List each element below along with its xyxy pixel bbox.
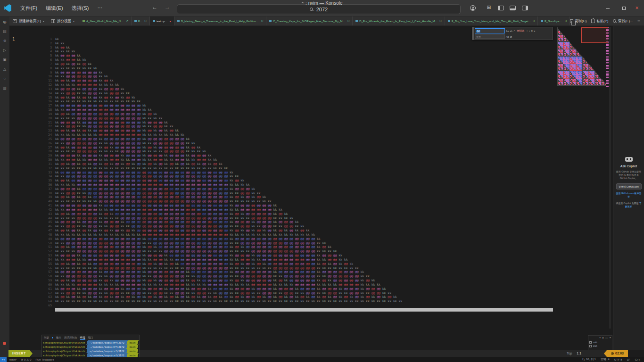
file-icon [448, 20, 450, 22]
match-case-icon[interactable]: Aa [506, 30, 509, 33]
forward-arrow-icon[interactable]: → [163, 4, 172, 10]
vscode-logo-icon [4, 4, 11, 12]
split-view-button[interactable]: 拆分视图▾ [48, 16, 78, 25]
database-icon[interactable]: ▥ [3, 86, 7, 90]
status-right-3[interactable]: LF [627, 358, 630, 361]
file-icon [134, 20, 137, 22]
minimize-button[interactable] [603, 4, 612, 12]
remote-indicator[interactable]: >< [0, 357, 7, 362]
tab-2[interactable]: test.cpp 2.1● [150, 16, 174, 25]
status-left-1[interactable]: ⊘ 0 ⚠ 0 [21, 358, 31, 361]
toggle-sidebar-icon[interactable] [498, 6, 504, 10]
status-left-0[interactable]: main* [9, 358, 17, 361]
tab-1[interactable]: F.cppU [132, 16, 149, 25]
replace-input[interactable]: 替换 [475, 34, 505, 39]
terminal-action-icon-2[interactable]: ⋯ [605, 336, 608, 340]
find-input[interactable]: @@ [475, 28, 505, 33]
find-previous-icon[interactable]: ↑ [527, 30, 528, 33]
tab-0[interactable]: A_New_World_Now_Me_New_AcronymC [80, 16, 132, 25]
tab-7[interactable]: F_Goodbye_Banker_Life.cppU [538, 16, 570, 25]
testing-icon[interactable]: △ [3, 67, 6, 71]
menu-item-0[interactable]: 文件(F) [16, 5, 41, 12]
chevron-down-icon: ▾ [73, 19, 74, 23]
replace-all-icon[interactable]: ⇄ [510, 35, 512, 38]
chat-icon[interactable]: ◌ [4, 76, 6, 81]
extensions-icon[interactable]: ▣ [3, 58, 7, 62]
run-debug-icon[interactable]: ▷ [3, 48, 6, 52]
file-icon [541, 20, 543, 22]
terminal-action-icon-3[interactable]: × [609, 336, 611, 340]
editor-area[interactable]: 1 1 2 3 4 5 6 7 8 9 10 11 12 13 14 15 16… [9, 26, 611, 350]
split-view-icon [51, 19, 55, 23]
menu-bar: 文件(F)编辑(E)选择(S)··· [16, 5, 107, 12]
regex-icon[interactable]: .* [513, 30, 515, 33]
file-icon [83, 20, 85, 22]
cursor-position: 1:1 [577, 352, 581, 355]
copy-button[interactable]: 复制(C) [570, 19, 586, 24]
clock-segment: 02:03 [607, 350, 628, 357]
find-in-selection-icon[interactable]: ≡ [531, 30, 533, 33]
terminal-action-icon-1[interactable]: ▾ [602, 336, 603, 340]
menu-item-3[interactable]: ··· [93, 5, 107, 12]
tab-6[interactable]: E_Do_You_Love_Your_Hero_and_His_Two_Hit_… [445, 16, 538, 25]
vim-mode-badge: INSERT [8, 350, 30, 357]
minimap-slider[interactable] [581, 27, 608, 43]
hamburger-menu-icon[interactable]: ≡ [637, 18, 640, 24]
editor-scrollbar[interactable] [609, 27, 611, 329]
status-right-1[interactable]: 空格: 4 [601, 357, 610, 362]
tab-5[interactable]: D_For_Wizards_the_Exam_Is_Easy_but_I_Can… [353, 16, 445, 25]
files-icon[interactable]: ▤ [3, 29, 7, 33]
copilot-title: Ask Copilot [620, 165, 637, 168]
terminal-list-item-1[interactable]: zsh [589, 344, 611, 348]
copilot-description: 使用 GitHub 登录以使用您的 AI 配对程序员 GitHub Copilo… [615, 170, 643, 180]
maximize-button[interactable] [619, 4, 628, 12]
activity-bar: ◎▤⊕▷▣△◌▥ [0, 16, 9, 357]
tab-3[interactable]: B_Having_Been_a_Treasurer_in_the_Past_I_… [174, 16, 266, 25]
status-right-4[interactable]: C++ [635, 358, 640, 361]
grid-icon[interactable]: ⊞ [485, 4, 493, 10]
new-tab-icon [13, 19, 17, 23]
find-query: @@ [476, 30, 480, 33]
toggle-panel-icon[interactable] [510, 6, 516, 10]
panel-tab-4[interactable]: 端口 [88, 336, 93, 339]
chevron-down-icon: ▾ [43, 19, 44, 23]
paste-button[interactable]: 粘贴(P) [591, 19, 608, 24]
close-button[interactable]: × [633, 4, 641, 12]
menu-item-1[interactable]: 编辑(E) [41, 5, 67, 12]
status-left-2[interactable]: Run Testcases [35, 358, 54, 361]
close-find-icon[interactable]: × [534, 30, 536, 33]
source-control-icon[interactable]: ⊕ [3, 39, 7, 43]
record-icon[interactable] [3, 342, 6, 345]
panel-tab-0[interactable]: 问题 [44, 336, 49, 339]
tab-4[interactable]: C_Creating_Keys_for_StORages_Has_Become_… [266, 16, 353, 25]
copilot-footer: 或使用 Copilot 免费版 了解更多 [616, 202, 642, 208]
back-arrow-icon[interactable]: ← [150, 4, 159, 10]
panel-tab-2[interactable]: 调试控制台 [64, 336, 77, 339]
search-icon[interactable]: ◎ [3, 20, 7, 24]
clock-icon [611, 352, 614, 355]
toggle-secondary-sidebar-icon[interactable] [522, 6, 528, 10]
panel-tab-1[interactable]: 输出 [56, 336, 61, 339]
whole-word-icon[interactable]: ab [510, 30, 512, 33]
menu-item-2[interactable]: 选择(S) [67, 5, 93, 12]
status-right-2[interactable]: UTF-8 [614, 358, 622, 361]
panel-tab-3[interactable]: 终端 [80, 336, 85, 340]
terminal-list-actions: +▾⋯× [589, 336, 611, 340]
find-button[interactable]: 查找(F)... [613, 19, 633, 24]
find-next-icon[interactable]: ↓ [529, 30, 530, 33]
terminal-action-icon-0[interactable]: + [599, 336, 601, 340]
tab-badge: C [126, 20, 128, 23]
account-icon[interactable] [470, 5, 476, 11]
shell-prompt-line: schizophydra@ChiyoriYukiArch~/codebox/oo… [42, 340, 139, 345]
file-icon [355, 20, 358, 22]
copilot-alt-sign-in-link[interactable]: 使用 GitHub.com 帐户登录 [616, 192, 642, 198]
panel-tab-bar: 问题输出调试控制台终端端口 [42, 335, 139, 340]
cursor-line-highlight [55, 308, 553, 312]
replace-one-icon[interactable]: AB [506, 35, 509, 38]
command-center[interactable]: 2072 [177, 4, 461, 14]
shell-prompt-line: schizophydra@ChiyoriYukiArch~/codebox/oo… [42, 345, 139, 349]
terminal-list-item-0[interactable]: zsh [589, 340, 611, 344]
status-right-0[interactable]: 行 66, 列 1 [582, 357, 596, 362]
new-tab-button[interactable]: 新建标签页(T)▾ [9, 16, 48, 25]
copilot-sign-in-button[interactable]: 登录到 GitHub.com [616, 183, 642, 189]
